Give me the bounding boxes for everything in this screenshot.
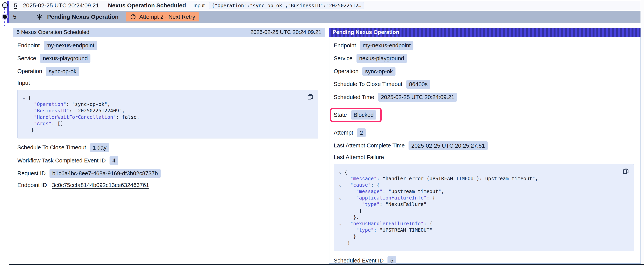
field-endpoint: Endpoint my-nexus-endpoint bbox=[334, 41, 636, 50]
code-gutter bbox=[336, 201, 344, 207]
field-scheduled-event-id: Scheduled Event ID 5 bbox=[334, 256, 636, 265]
pending-event-id-link[interactable]: 5 bbox=[13, 14, 16, 20]
code-line: "type": "UPSTREAM_TIMEOUT" bbox=[344, 227, 432, 233]
code-gutter bbox=[336, 207, 344, 214]
code-gutter bbox=[20, 114, 28, 120]
field-value-chip: my-nexus-endpoint bbox=[44, 41, 97, 50]
field-label: Schedule To Close Timeout bbox=[334, 81, 402, 87]
field-service: Service nexus-playground bbox=[334, 54, 636, 63]
field-label: Operation bbox=[17, 68, 42, 75]
copy-button[interactable] bbox=[622, 167, 630, 175]
field-operation: Operation sync-op-ok bbox=[334, 67, 636, 76]
field-value-chip: 4 bbox=[110, 156, 118, 165]
code-gutter bbox=[336, 214, 344, 220]
code-line: "message": "handler error (UPSTREAM_TIME… bbox=[344, 175, 538, 182]
field-operation: Operation sync-op-ok bbox=[17, 67, 321, 76]
code-gutter bbox=[20, 127, 28, 133]
state-value-chip: Blocked bbox=[351, 110, 376, 119]
code-line: }, bbox=[344, 214, 359, 220]
code-line: "HandlerWaitForCancellation": false, bbox=[28, 114, 140, 120]
field-endpoint-id: Endpoint ID 3c0c75ccfa8144b092c13ce63246… bbox=[17, 182, 321, 188]
history-row-pending-nexus-operation[interactable]: 5 Pending Nexus Operation Attempt 2 · Ne… bbox=[9, 11, 640, 23]
code-line: "nexusHandlerFailureInfo": { bbox=[344, 220, 432, 227]
collapse-chevron-icon[interactable]: ⌄ bbox=[336, 220, 344, 227]
pending-operation-panel-header: Pending Nexus Operation bbox=[330, 28, 640, 37]
field-value-chip: 5 bbox=[388, 256, 396, 265]
code-gutter bbox=[336, 188, 344, 195]
code-line: } bbox=[344, 240, 350, 246]
scrollbar-gutter[interactable] bbox=[641, 1, 644, 265]
state-highlight-box: State Blocked bbox=[330, 108, 382, 122]
code-line: } bbox=[344, 207, 362, 214]
field-value-chip: 1 day bbox=[90, 143, 109, 152]
field-label: Service bbox=[334, 55, 352, 62]
collapse-chevron-icon[interactable]: ⌄ bbox=[336, 182, 344, 188]
retry-icon bbox=[130, 14, 136, 20]
input-json-viewer: ⌄{"Operation": "sync-op-ok","BusinessID"… bbox=[17, 90, 318, 138]
field-label: Attempt bbox=[334, 129, 353, 136]
field-workflow-task-completed-event-id: Workflow Task Completed Event ID 4 bbox=[17, 156, 321, 165]
code-line: "message": "upstream timeout", bbox=[344, 188, 444, 195]
code-line: "Args": [] bbox=[28, 120, 63, 127]
copy-button[interactable] bbox=[306, 93, 314, 101]
collapse-chevron-icon[interactable]: ⌄ bbox=[336, 169, 344, 175]
field-value-chip: sync-op-ok bbox=[46, 67, 79, 76]
code-gutter bbox=[336, 175, 344, 182]
code-gutter bbox=[20, 120, 28, 127]
field-value-chip: my-nexus-endpoint bbox=[360, 41, 414, 50]
temporal-event-history-page: 5 2025-02-25 UTC 20:24:09.21 Nexus Opera… bbox=[0, 0, 644, 266]
event-input-preview-chip: {"Operation":"sync-op-ok","BusinessID":"… bbox=[209, 2, 364, 9]
field-label: Operation bbox=[334, 68, 358, 75]
event-detail-timestamp: 2025-02-25 UTC 20:24:09.21 bbox=[250, 29, 322, 35]
field-value-chip: 2025-02-25 UTC 20:24:09.21 bbox=[378, 93, 457, 102]
field-value-chip: 2 bbox=[357, 128, 366, 137]
collapse-chevron-icon[interactable]: ⌄ bbox=[336, 195, 344, 201]
code-gutter bbox=[336, 240, 344, 246]
copy-icon bbox=[622, 167, 630, 175]
view-cutoff-line bbox=[9, 264, 644, 265]
field-value-chip: nexus-playground bbox=[356, 54, 407, 63]
field-endpoint: Endpoint my-nexus-endpoint bbox=[17, 41, 321, 50]
code-gutter bbox=[20, 101, 28, 107]
code-line: { bbox=[344, 169, 347, 175]
field-label: Endpoint bbox=[17, 42, 40, 49]
pending-event-name: Pending Nexus Operation bbox=[47, 14, 119, 20]
last-attempt-failure-label: Last Attempt Failure bbox=[334, 154, 636, 160]
code-gutter bbox=[336, 233, 344, 240]
timeline-active-bar bbox=[8, 1, 9, 23]
field-schedule-to-close-timeout: Schedule To Close Timeout 86400s bbox=[334, 80, 636, 89]
history-row-nexus-operation-scheduled[interactable]: 5 2025-02-25 UTC 20:24:09.21 Nexus Opera… bbox=[9, 1, 640, 10]
field-label: Endpoint bbox=[334, 42, 356, 49]
field-label: Scheduled Event ID bbox=[334, 257, 384, 264]
field-service: Service nexus-playground bbox=[17, 54, 321, 63]
collapse-chevron-icon[interactable]: ⌄ bbox=[20, 95, 28, 101]
event-detail-panel: 5 Nexus Operation Scheduled 2025-02-25 U… bbox=[13, 28, 325, 264]
field-label: Endpoint ID bbox=[17, 182, 47, 188]
field-label: Scheduled Time bbox=[334, 94, 374, 100]
code-line: "cause": { bbox=[344, 182, 380, 188]
field-label: Workflow Task Completed Event ID bbox=[17, 157, 106, 164]
field-value-chip: 86400s bbox=[406, 80, 430, 89]
field-label: Last Attempt Complete Time bbox=[334, 142, 405, 149]
field-request-id: Request ID b1c6a4bc-8ee7-468a-9169-df3b0… bbox=[17, 169, 321, 178]
retry-badge-label: Attempt 2 · Next Retry bbox=[139, 14, 195, 20]
field-state: State Blocked bbox=[334, 110, 376, 119]
field-scheduled-time: Scheduled Time 2025-02-25 UTC 20:24:09.2… bbox=[334, 93, 636, 102]
code-line: } bbox=[28, 127, 34, 133]
field-value-chip: sync-op-ok bbox=[362, 67, 396, 76]
field-value-chip: 2025-02-25 UTC 20:25:27.51 bbox=[408, 141, 488, 150]
code-line: } bbox=[344, 233, 356, 240]
field-label: Request ID bbox=[17, 170, 46, 177]
code-line: { bbox=[28, 95, 31, 101]
pending-timeline-node-icon bbox=[3, 15, 7, 19]
code-line: "type": "NexusFailure" bbox=[344, 201, 426, 207]
event-timeline-node-icon bbox=[2, 2, 8, 8]
code-line: "BusinessID": "20250225122409", bbox=[28, 107, 125, 114]
event-detail-area: 5 Nexus Operation Scheduled 2025-02-25 U… bbox=[13, 28, 641, 264]
field-value-chip: b1c6a4bc-8ee7-468a-9169-df3b02c8737b bbox=[50, 169, 160, 178]
copy-icon bbox=[306, 93, 314, 101]
field-value-chip: nexus-playground bbox=[40, 54, 91, 63]
code-line: "Operation": "sync-op-ok", bbox=[28, 101, 110, 107]
endpoint-id-link[interactable]: 3c0c75ccfa8144b092c13ce632463761 bbox=[52, 182, 149, 188]
event-id-link[interactable]: 5 bbox=[14, 2, 17, 9]
